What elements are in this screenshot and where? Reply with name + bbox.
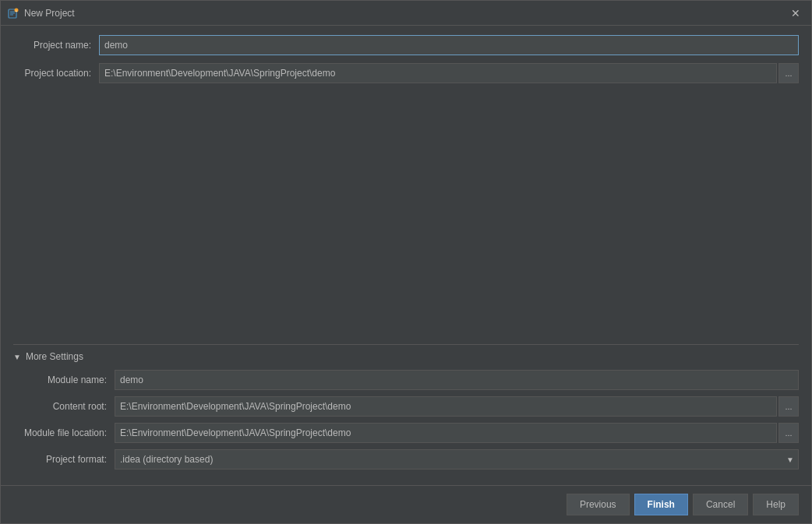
- project-location-input-wrap: ...: [99, 63, 799, 83]
- dialog-title: New Project: [24, 8, 786, 19]
- module-file-location-row: Module file location: ...: [13, 423, 799, 443]
- content-root-browse-button[interactable]: ...: [778, 396, 799, 417]
- module-file-location-input-wrap: ...: [115, 423, 799, 443]
- dialog-footer: Previous Finish Cancel Help: [1, 485, 811, 523]
- title-bar: + New Project ✕: [1, 1, 811, 26]
- content-root-row: Content root: ...: [13, 396, 799, 417]
- more-settings-section: ▼ More Settings Module name: Content roo…: [13, 344, 799, 476]
- previous-button[interactable]: Previous: [567, 494, 630, 515]
- dialog-content: Project name: Project location: ... ▼ Mo…: [1, 26, 811, 485]
- project-format-row: Project format: .idea (directory based) …: [13, 449, 799, 469]
- project-name-row: Project name:: [13, 35, 799, 55]
- project-location-row: Project location: ...: [13, 63, 799, 83]
- help-button[interactable]: Help: [753, 494, 799, 515]
- cancel-button[interactable]: Cancel: [693, 494, 748, 515]
- project-format-select-wrap: .idea (directory based) .ipr (file based…: [115, 449, 799, 469]
- new-project-icon: +: [7, 7, 19, 19]
- close-button[interactable]: ✕: [786, 4, 805, 23]
- new-project-dialog: + New Project ✕ Project name: Project lo…: [0, 0, 812, 524]
- content-root-label: Content root:: [13, 401, 115, 412]
- project-location-input[interactable]: [99, 63, 777, 83]
- module-file-location-browse-button[interactable]: ...: [778, 423, 799, 443]
- content-spacer: [13, 91, 799, 344]
- project-name-input-wrap: [99, 35, 799, 55]
- project-name-label: Project name:: [13, 40, 99, 51]
- module-file-location-label: Module file location:: [13, 427, 115, 438]
- module-name-label: Module name:: [13, 375, 115, 385]
- project-location-browse-button[interactable]: ...: [778, 63, 799, 83]
- project-format-select[interactable]: .idea (directory based) .ipr (file based…: [115, 449, 799, 469]
- module-file-location-input[interactable]: [115, 423, 777, 443]
- project-location-label: Project location:: [13, 68, 99, 79]
- more-settings-header[interactable]: ▼ More Settings: [13, 351, 799, 362]
- finish-button[interactable]: Finish: [634, 494, 688, 515]
- content-root-input[interactable]: [115, 396, 777, 417]
- module-name-input-wrap: [115, 370, 799, 390]
- module-name-input[interactable]: [115, 370, 799, 390]
- more-settings-label: More Settings: [26, 351, 83, 362]
- project-format-label: Project format:: [13, 454, 115, 465]
- chevron-down-icon: ▼: [13, 353, 21, 361]
- module-name-row: Module name:: [13, 370, 799, 390]
- project-name-input[interactable]: [99, 35, 799, 55]
- content-root-input-wrap: ...: [115, 396, 799, 417]
